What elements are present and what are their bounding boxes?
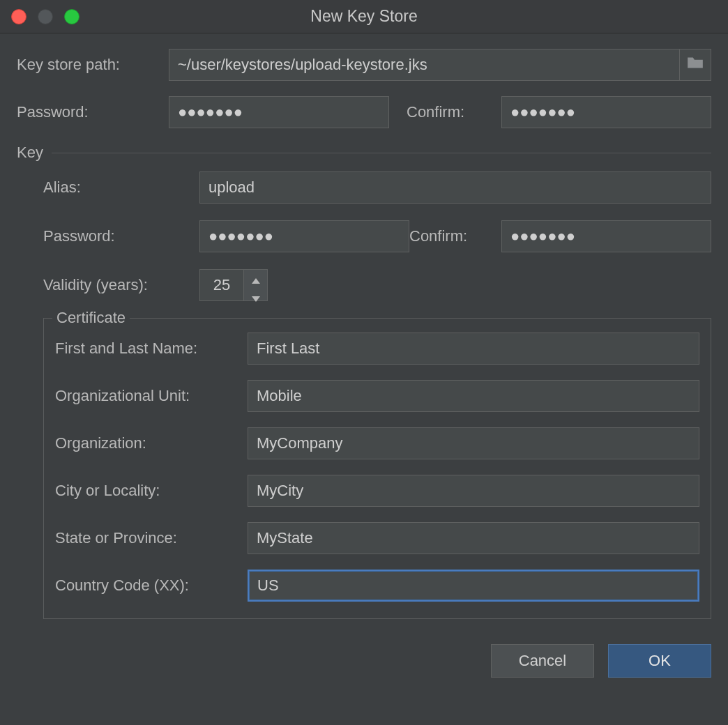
confirm-input[interactable] <box>501 96 711 128</box>
key-confirm-input[interactable] <box>501 220 711 252</box>
password-input[interactable] <box>169 96 389 128</box>
ok-button[interactable]: OK <box>608 644 711 678</box>
first-last-label: First and Last Name: <box>55 339 248 358</box>
key-password-input[interactable] <box>199 220 409 252</box>
first-last-input[interactable] <box>248 333 699 365</box>
validity-label: Validity (years): <box>43 276 199 294</box>
validity-input[interactable] <box>199 269 244 301</box>
validity-stepper[interactable] <box>199 269 268 301</box>
org-unit-input[interactable] <box>248 380 699 412</box>
key-password-label: Password: <box>43 227 199 245</box>
titlebar: New Key Store <box>0 0 728 33</box>
key-section-header: Key <box>17 144 711 162</box>
cancel-button[interactable]: Cancel <box>491 644 594 678</box>
chevron-down-icon <box>252 288 260 306</box>
window-title: New Key Store <box>0 7 728 26</box>
key-store-path-input[interactable] <box>169 49 679 81</box>
confirm-label: Confirm: <box>407 103 501 121</box>
certificate-legend: Certificate <box>52 309 130 327</box>
divider <box>52 153 711 153</box>
org-unit-label: Organizational Unit: <box>55 387 248 405</box>
certificate-group: Certificate First and Last Name: Organiz… <box>43 318 711 619</box>
state-label: State or Province: <box>55 529 248 547</box>
city-label: City or Locality: <box>55 482 248 500</box>
folder-icon <box>686 56 704 74</box>
organization-label: Organization: <box>55 434 248 452</box>
key-confirm-label: Confirm: <box>409 227 501 245</box>
key-store-path-field-wrap <box>169 49 711 81</box>
city-input[interactable] <box>248 475 699 507</box>
alias-input[interactable] <box>199 171 711 204</box>
key-section-label: Key <box>17 144 43 162</box>
stepper-down[interactable] <box>244 288 267 306</box>
country-input[interactable] <box>248 570 699 602</box>
chevron-up-icon <box>252 270 260 288</box>
key-store-path-label: Key store path: <box>17 56 169 74</box>
browse-button[interactable] <box>679 49 711 81</box>
country-label: Country Code (XX): <box>55 577 248 595</box>
organization-input[interactable] <box>248 427 699 459</box>
alias-label: Alias: <box>43 178 199 197</box>
password-label: Password: <box>17 103 169 121</box>
state-input[interactable] <box>248 522 699 554</box>
stepper-up[interactable] <box>244 270 267 288</box>
